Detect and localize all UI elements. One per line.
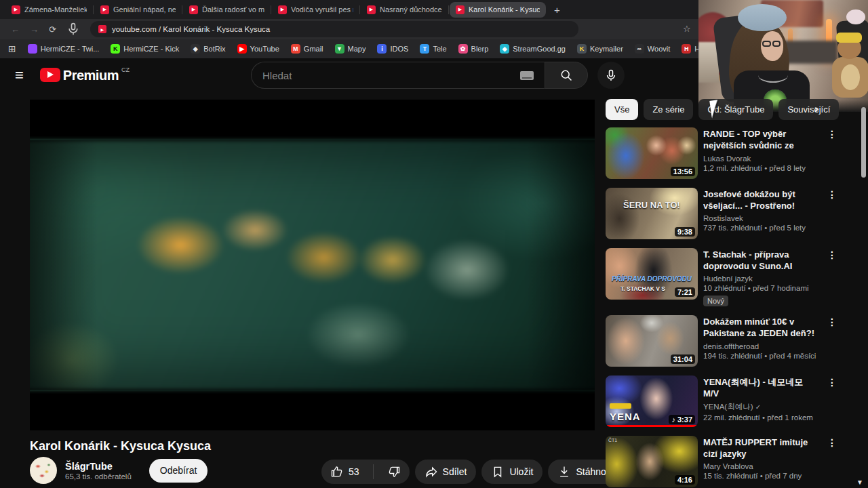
bookmark-gmail[interactable]: M Gmail [291, 44, 323, 54]
related-channel[interactable]: Rostislavek [703, 214, 820, 222]
address-bar[interactable]: ▶ youtube.com / Karol Konárik - Kysuca K… [90, 21, 578, 37]
save-button[interactable]: Uložit [481, 460, 542, 484]
browser-tab-1[interactable]: ▶ Zámena-Manželiek - YouT [5, 2, 93, 18]
video-player[interactable] [30, 100, 595, 430]
youtube-favicon: ▶ [100, 5, 109, 14]
related-video-2[interactable]: ŠERU NA TO! 9:38 Josefové dokážou být vš… [606, 188, 837, 239]
browser-tab-4[interactable]: ▶ Vodiča vyrušil pes na sno [272, 2, 359, 18]
video-info: MATĚJ RUPPERT imituje cizí jazyky Mary V… [703, 436, 820, 487]
tele-icon: T [420, 44, 429, 54]
related-meta: 737 tis. zhlédnutí • před 5 lety [703, 224, 820, 232]
related-title[interactable]: YENA(최예나) - 네모네모 M/V [703, 376, 820, 399]
kebab-menu-icon[interactable]: ⋮ [827, 189, 837, 200]
kebab-menu-icon[interactable]: ⋮ [827, 317, 837, 327]
bookmark-hermicze-twitch[interactable]: HermiCZE - Twi... [28, 44, 100, 54]
bookmark-blerp[interactable]: ✿ Blerp [458, 44, 489, 54]
video-thumbnail[interactable]: ŠERU NA TO! 9:38 [606, 188, 698, 239]
browser-tab-2[interactable]: ▶ Geniální nápad, nebo ga [94, 2, 182, 18]
related-video-1[interactable]: 13:56 RANDE - TOP výběr největších svůdn… [606, 127, 837, 179]
bookmark-idos[interactable]: i IDOS [377, 44, 408, 54]
verified-badge-icon: ✓ [755, 403, 761, 411]
related-title[interactable]: RANDE - TOP výběr největších svůdnic ze … [703, 128, 820, 152]
hamburger-menu-icon[interactable]: ≡ [15, 66, 24, 84]
subscribe-button[interactable]: Odebírat [149, 459, 208, 483]
youtube-header: ≡ Premium CZ Hledat [0, 58, 698, 92]
search-input[interactable]: Hledat [251, 62, 545, 89]
twitch-icon [28, 44, 37, 54]
streamgood-icon: ◈ [500, 44, 509, 54]
tab-title: Ďalšia radosť vo mne! (M [202, 5, 264, 14]
back-icon[interactable]: ← [11, 25, 20, 34]
related-video-5[interactable]: YENA ♪ 3:37 YENA(최예나) - 네모네모 M/V YENA(최예… [606, 375, 837, 427]
kebab-menu-icon[interactable]: ⋮ [827, 377, 837, 388]
related-channel[interactable]: denis.offtheroad [703, 342, 820, 350]
keyboard-icon[interactable] [520, 71, 534, 80]
browser-tab-5[interactable]: ▶ Nasraný důchodce a šílen [361, 2, 448, 18]
related-channel[interactable]: Lukas Dvorak [703, 155, 820, 163]
save-label: Uložit [509, 466, 533, 477]
bookmark-hermicze-kick[interactable]: K HermiCZE - Kick [111, 44, 179, 54]
channel-avatar[interactable] [30, 457, 57, 484]
video-thumbnail[interactable]: ČT1 4:16 [606, 436, 698, 487]
kebab-menu-icon[interactable]: ⋮ [827, 249, 837, 260]
reload-icon[interactable]: ⟳ [49, 25, 56, 34]
related-title[interactable]: MATĚJ RUPPERT imituje cizí jazyky [703, 436, 820, 460]
video-thumbnail[interactable]: YENA ♪ 3:37 [606, 375, 698, 427]
chips-scroll-chevron-icon[interactable]: › [814, 102, 818, 116]
bookmark-mapy[interactable]: ▼ Mapy [335, 44, 366, 54]
kick-icon: K [111, 44, 120, 54]
related-channel[interactable]: YENA(최예나) ✓ [703, 402, 820, 412]
bookmark-botrix[interactable]: ◆ BotRix [191, 44, 225, 54]
forward-icon[interactable]: → [30, 25, 39, 34]
related-video-6[interactable]: ČT1 4:16 MATĚJ RUPPERT imituje cizí jazy… [606, 436, 837, 487]
related-channel[interactable]: Mary Vrablova [703, 462, 820, 470]
page-down-arrow-icon[interactable]: ▼ [856, 479, 863, 486]
webcam-glasses [772, 41, 781, 47]
new-tab-button[interactable]: + [547, 4, 567, 16]
tab-title: Nasraný důchodce a šílen [380, 5, 442, 14]
search-button[interactable] [545, 62, 588, 89]
youtube-favicon: ▶ [12, 5, 20, 14]
related-video-3[interactable]: PŘÍPRAVA DOPROVODU T. STACHAK V S 7:21 T… [606, 248, 837, 306]
video-thumbnail[interactable]: PŘÍPRAVA DOPROVODU T. STACHAK V S 7:21 [606, 248, 698, 300]
chip-all[interactable]: Vše [606, 99, 638, 120]
chip-related[interactable]: Související [778, 99, 839, 120]
bookmark-label: Keymailer [590, 45, 623, 53]
dislike-button[interactable] [378, 460, 410, 484]
duration-badge: 7:21 [675, 287, 695, 297]
chip-from-series[interactable]: Ze série [644, 99, 693, 120]
like-count: 53 [349, 466, 359, 477]
apps-grid-icon[interactable]: ⊞ [8, 43, 16, 54]
channel-name[interactable]: ŠlágrTube [65, 461, 132, 472]
related-channel[interactable]: Hudební jazyk [703, 274, 820, 283]
related-title[interactable]: Josefové dokážou být všeljací... - Prost… [703, 188, 820, 211]
video-thumbnail[interactable]: 13:56 [606, 127, 698, 179]
share-button[interactable]: Sdílet [415, 460, 477, 484]
mic-extension-icon[interactable] [66, 22, 80, 36]
kebab-menu-icon[interactable]: ⋮ [827, 437, 837, 448]
bookmark-keymailer[interactable]: K Keymailer [577, 44, 623, 54]
logo-country-code: CZ [121, 66, 130, 73]
video-thumbnail[interactable]: 31:04 [606, 315, 698, 367]
bookmark-star-icon[interactable]: ☆ [683, 24, 691, 35]
related-title[interactable]: T. Stachak - příprava doprovodu v Suno.A… [703, 249, 820, 272]
related-title[interactable]: Dokážem minúť 10€ v Pakistane za JEDEN d… [703, 316, 820, 340]
video-info: Dokážem minúť 10€ v Pakistane za JEDEN d… [703, 315, 820, 367]
scrollbar-thumb[interactable] [861, 107, 866, 178]
bookmark-streamgood[interactable]: ◈ StreamGood.gg [500, 44, 566, 54]
browser-tab-active[interactable]: ▶ Karol Konárik - Kysuca Ky [450, 2, 546, 18]
like-button[interactable]: 53 [321, 460, 368, 484]
kebab-menu-icon[interactable]: ⋮ [827, 129, 837, 140]
new-badge: Nový [703, 296, 728, 306]
browser-tab-3[interactable]: ▶ Ďalšia radosť vo mne! (M [183, 2, 271, 18]
bookmark-label: Woovit [648, 45, 670, 53]
bookmark-tele[interactable]: T Tele [420, 44, 446, 54]
youtube-premium-logo[interactable]: Premium CZ [40, 68, 130, 83]
video-info: T. Stachak - příprava doprovodu v Suno.A… [703, 248, 820, 306]
bookmark-woovit[interactable]: ∞ Woovit [635, 44, 670, 54]
related-video-4[interactable]: 31:04 Dokážem minúť 10€ v Pakistane za J… [606, 315, 837, 367]
voice-search-button[interactable] [597, 62, 625, 89]
search-area: Hledat [251, 62, 625, 89]
bookmark-label: Gmail [304, 45, 323, 53]
bookmark-youtube[interactable]: ▶ YouTube [237, 44, 279, 54]
